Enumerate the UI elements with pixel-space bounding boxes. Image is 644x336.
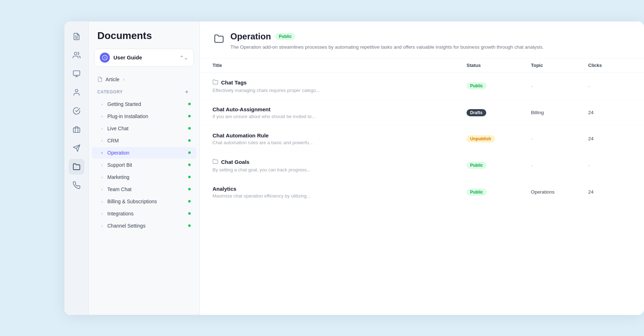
status-dot xyxy=(188,176,191,178)
sidebar-item-label: Live Chat xyxy=(107,126,188,131)
workspace-selector[interactable]: User Guide ⌃⌄ xyxy=(94,49,194,67)
row-topic: - xyxy=(531,83,588,89)
status-badge: Public xyxy=(467,82,487,89)
row-title-main: Analytics xyxy=(213,186,467,192)
sidebar-item-crm[interactable]: › CRM xyxy=(92,135,196,146)
col-status: Status xyxy=(467,63,531,68)
row-clicks: 24 xyxy=(588,110,631,115)
sidebar-item-label: Plug-in Installation xyxy=(107,113,188,119)
sidebar-item-integrations[interactable]: › Integrations xyxy=(92,208,196,219)
sidebar-item-label: Support Bit xyxy=(107,162,188,168)
chevron-right-icon: › xyxy=(99,186,105,193)
add-category-button[interactable]: + xyxy=(183,88,191,96)
row-status: Public xyxy=(467,162,531,169)
row-title-area: Chat Goals By setting a chat goal, you c… xyxy=(213,159,467,172)
header-title-row: Operation Public xyxy=(230,31,631,42)
sidebar-item-marketing[interactable]: › Marketing xyxy=(92,171,196,183)
phone-nav-icon[interactable] xyxy=(69,177,84,193)
row-status: Drafts xyxy=(467,109,531,116)
folder-nav-icon[interactable] xyxy=(69,159,84,175)
row-title-text: Chat Auto-Assignment xyxy=(213,106,270,112)
row-title-text: Chat Automation Rule xyxy=(213,132,269,138)
row-description: Chat automation rules are a basic and po… xyxy=(213,140,467,145)
row-description: If you are unsure about who should be in… xyxy=(213,114,467,119)
sidebar-item-label: Team Chat xyxy=(107,186,188,192)
row-description: Maximize chat operation efficiency by ut… xyxy=(213,193,467,199)
status-dot xyxy=(188,139,191,142)
article-icon xyxy=(97,77,103,82)
status-badge: Drafts xyxy=(467,109,486,116)
row-topic: Operations xyxy=(531,189,588,195)
sidebar-item-label: CRM xyxy=(107,138,188,143)
row-status: Public xyxy=(467,82,531,89)
content-table: Title Status Topic Clicks Chat Tags xyxy=(200,58,644,315)
sidebar-item-team-chat[interactable]: › Team Chat xyxy=(92,184,196,195)
content-header: Operation Public The Operation add-on st… xyxy=(200,21,644,58)
status-dot xyxy=(188,224,191,227)
folder-icon xyxy=(213,79,218,86)
row-title-area: Chat Auto-Assignment If you are unsure a… xyxy=(213,106,467,119)
status-dot xyxy=(188,151,191,154)
chevron-right-icon: › xyxy=(99,125,105,132)
sidebar-item-label: Channel Settings xyxy=(107,223,188,229)
contacts-nav-icon[interactable] xyxy=(69,47,84,63)
sidebar-item-operation[interactable]: › Operation xyxy=(92,147,196,159)
chevron-right-icon: › xyxy=(99,113,105,120)
chevron-right-icon: › xyxy=(99,198,105,205)
col-title: Title xyxy=(213,63,467,68)
briefcase-nav-icon[interactable] xyxy=(69,122,84,137)
row-status: Unpublish xyxy=(467,135,531,142)
tasks-nav-icon[interactable] xyxy=(69,103,84,119)
status-dot xyxy=(188,188,191,190)
status-dot xyxy=(188,200,191,203)
chevron-right-icon: › xyxy=(99,174,105,180)
sidebar-item-live-chat[interactable]: › Live Chat xyxy=(92,123,196,134)
svg-rect-3 xyxy=(73,70,79,75)
main-content: Operation Public The Operation add-on st… xyxy=(200,21,644,315)
sidebar-item-billing[interactable]: › Billing & Subscriptions xyxy=(92,196,196,207)
row-description: By setting a chat goal, you can track pr… xyxy=(213,167,467,172)
table-row[interactable]: Analytics Maximize chat operation effici… xyxy=(200,179,644,205)
status-dot xyxy=(188,115,191,117)
content-description: The Operation add-on streamlines process… xyxy=(230,44,631,51)
row-topic: - xyxy=(531,136,588,141)
row-title-main: Chat Automation Rule xyxy=(213,132,467,138)
status-dot xyxy=(188,212,191,215)
row-title-main: Chat Auto-Assignment xyxy=(213,106,467,112)
folder-icon xyxy=(213,159,218,166)
row-clicks: - xyxy=(588,163,631,168)
col-topic: Topic xyxy=(531,63,588,68)
sidebar-item-getting-started[interactable]: › Getting Started xyxy=(92,98,196,110)
operation-folder-icon xyxy=(213,32,225,45)
article-nav-item[interactable]: Article › xyxy=(89,74,199,85)
status-dot xyxy=(188,103,191,105)
svg-point-2 xyxy=(74,52,77,54)
inbox-nav-icon[interactable] xyxy=(69,66,84,82)
content-title: Operation xyxy=(230,31,271,42)
table-header: Title Status Topic Clicks xyxy=(200,58,644,73)
sidebar-item-channel-settings[interactable]: › Channel Settings xyxy=(92,220,196,232)
table-row[interactable]: Chat Auto-Assignment If you are unsure a… xyxy=(200,100,644,126)
sidebar-item-plugin-installation[interactable]: › Plug-in Installation xyxy=(92,111,196,122)
row-topic: Billing xyxy=(531,110,588,115)
send-nav-icon[interactable] xyxy=(69,140,84,156)
workspace-name: User Guide xyxy=(113,54,176,60)
sidebar-item-support-bit[interactable]: › Support Bit xyxy=(92,159,196,171)
chevron-right-icon: › xyxy=(99,137,105,144)
workspace-avatar xyxy=(100,53,110,63)
category-section-label: Category + xyxy=(89,85,199,98)
sidebar-item-label: Getting Started xyxy=(107,101,188,107)
table-row[interactable]: Chat Goals By setting a chat goal, you c… xyxy=(200,152,644,179)
svg-rect-7 xyxy=(73,128,79,132)
row-topic: - xyxy=(531,163,588,168)
profile-nav-icon[interactable] xyxy=(69,84,84,100)
documents-nav-icon[interactable] xyxy=(69,29,84,44)
row-description: Effectively managing chats requires prop… xyxy=(213,88,467,93)
chevron-right-icon: › xyxy=(99,162,105,168)
table-row[interactable]: Chat Automation Rule Chat automation rul… xyxy=(200,126,644,152)
chevron-right-icon: › xyxy=(99,210,105,217)
row-clicks: 24 xyxy=(588,189,631,195)
row-title-area: Analytics Maximize chat operation effici… xyxy=(213,186,467,199)
status-badge: Public xyxy=(467,189,487,196)
table-row[interactable]: Chat Tags Effectively managing chats req… xyxy=(200,73,644,100)
